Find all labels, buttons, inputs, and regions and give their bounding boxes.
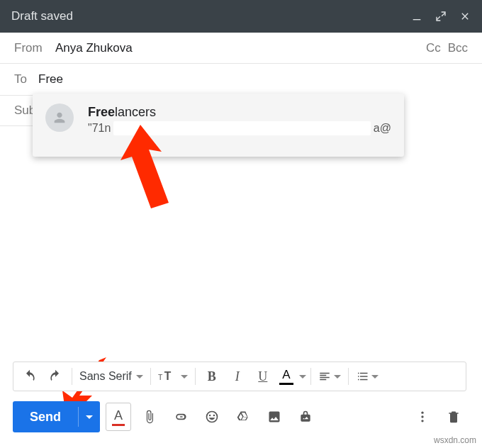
subject-row: Sub bbox=[0, 95, 35, 126]
send-options-button[interactable] bbox=[79, 401, 100, 432]
suggestion-item[interactable]: Freelancers "71n a@ bbox=[45, 103, 391, 135]
from-value[interactable]: Anya Zhukova bbox=[55, 41, 133, 55]
font-size-selector[interactable]: TT bbox=[155, 369, 191, 383]
discard-icon[interactable] bbox=[441, 403, 466, 431]
attachment-icon[interactable] bbox=[137, 403, 162, 431]
chevron-down-icon bbox=[371, 375, 379, 379]
text-color-button[interactable]: A bbox=[276, 368, 296, 385]
to-input[interactable]: Free bbox=[38, 72, 63, 86]
bold-button[interactable]: B bbox=[200, 364, 224, 388]
svg-point-6 bbox=[421, 415, 423, 418]
compose-actions-row: Send A bbox=[13, 400, 466, 434]
chevron-down-icon bbox=[136, 375, 143, 379]
chevron-down-icon bbox=[181, 375, 188, 379]
image-icon[interactable] bbox=[262, 403, 287, 431]
emoji-icon[interactable] bbox=[199, 403, 225, 431]
svg-text:T: T bbox=[164, 370, 171, 382]
contact-suggestion-dropdown: Freelancers "71n a@ bbox=[33, 94, 404, 157]
send-button[interactable]: Send bbox=[13, 401, 100, 432]
from-row: From Anya Zhukova Cc Bcc bbox=[0, 33, 482, 64]
link-icon[interactable] bbox=[168, 403, 194, 431]
to-row: To Free bbox=[0, 64, 482, 95]
compose-title: Draft saved bbox=[11, 9, 411, 23]
chevron-down-icon[interactable] bbox=[299, 375, 306, 379]
attribution-text: wsxdn.com bbox=[434, 435, 476, 445]
italic-button[interactable]: I bbox=[225, 364, 250, 388]
from-label: From bbox=[14, 41, 55, 55]
more-options-icon[interactable] bbox=[410, 403, 435, 431]
redo-button[interactable] bbox=[43, 364, 67, 388]
avatar-icon bbox=[45, 103, 74, 132]
titlebar-controls bbox=[411, 11, 471, 22]
svg-point-5 bbox=[421, 412, 423, 414]
align-selector[interactable] bbox=[315, 370, 344, 383]
undo-button[interactable] bbox=[18, 364, 42, 388]
close-icon[interactable] bbox=[459, 11, 471, 22]
to-label: To bbox=[14, 72, 38, 86]
font-selector[interactable]: Sans Serif bbox=[77, 370, 146, 383]
list-selector[interactable] bbox=[353, 370, 381, 383]
bcc-button[interactable]: Bcc bbox=[448, 41, 468, 55]
suggestion-email: "71n a@ bbox=[88, 121, 391, 135]
fullscreen-icon[interactable] bbox=[435, 11, 447, 22]
suggestion-name: Freelancers bbox=[88, 105, 391, 120]
confidential-icon[interactable] bbox=[293, 403, 318, 431]
svg-point-7 bbox=[421, 420, 423, 422]
drive-icon[interactable] bbox=[230, 403, 256, 431]
minimize-icon[interactable] bbox=[411, 11, 422, 22]
formatting-toggle-button[interactable]: A bbox=[106, 403, 131, 431]
underline-button[interactable]: U bbox=[251, 364, 275, 388]
formatting-toolbar: Sans Serif TT B I U A bbox=[13, 362, 466, 391]
svg-text:T: T bbox=[158, 374, 163, 381]
cc-button[interactable]: Cc bbox=[426, 41, 441, 55]
svg-rect-0 bbox=[413, 19, 421, 20]
chevron-down-icon bbox=[334, 375, 341, 379]
compose-titlebar: Draft saved bbox=[0, 0, 482, 33]
